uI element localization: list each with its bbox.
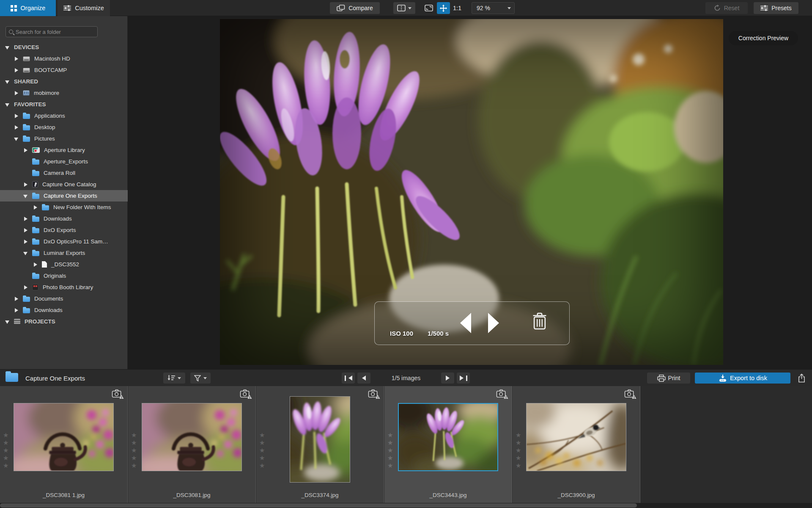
viewer-hud-overlay: ISO 100 1/500 s — [374, 301, 570, 345]
correction-preview-button[interactable]: Correction Preview — [729, 31, 798, 45]
sidebar-item-new-folder-with-items[interactable]: New Folder With Items — [0, 202, 128, 213]
disclosure-right-icon[interactable] — [14, 297, 18, 301]
sidebar-item-aperture-exports[interactable]: Aperture_Exports — [0, 156, 128, 167]
zoom-actual-size-button[interactable]: 1:1 — [451, 2, 464, 14]
sidebar-item-originals[interactable]: Originals — [0, 270, 128, 282]
thumbnail-cell-1[interactable]: ★★★★★ _DSC3081 1.jpg — [0, 386, 128, 503]
previous-image-button[interactable] — [357, 373, 370, 384]
disclosure-right-icon[interactable] — [23, 182, 27, 187]
disclosure-down-icon[interactable] — [5, 80, 9, 84]
first-image-button[interactable] — [342, 373, 355, 384]
folder-search-input[interactable] — [16, 29, 97, 35]
sidebar-item-luminar-exports[interactable]: Luminar Exports — [0, 247, 128, 259]
sidebar-section-favorites[interactable]: FAVORITES — [0, 99, 128, 110]
disclosure-right-icon[interactable] — [23, 228, 27, 232]
disclosure-right-icon[interactable] — [23, 240, 27, 244]
thumbnail-image[interactable] — [142, 403, 242, 471]
disclosure-down-icon[interactable] — [14, 137, 18, 141]
sidebar-item-mobimore[interactable]: mobimore — [0, 87, 128, 99]
thumbnail-image[interactable] — [290, 396, 350, 483]
disclosure-down-icon[interactable] — [23, 251, 27, 255]
next-image-button[interactable] — [441, 373, 454, 384]
folder-icon — [23, 114, 30, 119]
disclosure-right-icon[interactable] — [33, 262, 37, 267]
disclosure-down-icon[interactable] — [5, 102, 9, 107]
sidebar-section-projects[interactable]: PROJECTS — [0, 316, 128, 327]
sidebar-section-shared[interactable]: SHARED — [0, 76, 128, 87]
thumbnail-cell-4[interactable]: ★★★★★ _DSC3443.jpg — [384, 386, 512, 503]
tab-organize[interactable]: Organize — [0, 0, 56, 16]
sidebar-item-photo-booth-library[interactable]: Photo Booth Library — [0, 282, 128, 293]
sidebar-item-bootcamp[interactable]: BOOTCAMP — [0, 64, 128, 76]
tab-customize[interactable]: Customize — [58, 0, 110, 16]
sidebar-item-dxo-exports[interactable]: DxO Exports — [0, 224, 128, 236]
disclosure-down-icon[interactable] — [5, 320, 9, 324]
rating-stars[interactable]: ★★★★★ — [259, 432, 265, 469]
previous-image-arrow[interactable] — [460, 313, 471, 333]
fit-to-screen-button[interactable] — [422, 2, 436, 14]
horizontal-scrollbar[interactable] — [0, 503, 812, 508]
sidebar-item-macintosh-hd[interactable]: Macintosh HD — [0, 53, 128, 64]
sidebar-item-downloads-pictures[interactable]: Downloads — [0, 213, 128, 224]
filter-funnel-icon — [194, 375, 201, 381]
disclosure-right-icon[interactable] — [14, 68, 18, 72]
network-display-icon — [23, 90, 30, 96]
rating-stars[interactable]: ★★★★★ — [131, 432, 137, 469]
sidebar-item-capture-one-exports[interactable]: Capture One Exports — [0, 190, 128, 202]
thumbnail-image[interactable] — [14, 403, 114, 471]
sidebar-item-documents[interactable]: Documents — [0, 293, 128, 304]
sidebar-item-applications[interactable]: Applications — [0, 110, 128, 121]
thumbnail-image[interactable] — [526, 403, 626, 471]
disclosure-right-icon[interactable] — [23, 285, 27, 290]
disclosure-right-icon[interactable] — [14, 114, 18, 118]
export-to-disk-button[interactable]: Export to disk — [695, 373, 790, 384]
app-window: Organize Customize Compare 1:1 92 % — [0, 0, 812, 508]
last-image-button[interactable] — [457, 373, 470, 384]
disclosure-right-icon[interactable] — [33, 205, 37, 210]
sidebar-item-desktop[interactable]: Desktop — [0, 121, 128, 133]
hard-drive-icon — [23, 56, 30, 61]
sidebar-item-pictures[interactable]: Pictures — [0, 133, 128, 144]
pan-tool-button[interactable] — [437, 2, 450, 14]
disclosure-right-icon[interactable] — [14, 57, 18, 61]
sidebar-item-downloads[interactable]: Downloads — [0, 304, 128, 316]
print-button[interactable]: Print — [647, 373, 690, 384]
reset-undo-icon — [714, 5, 721, 11]
next-image-arrow[interactable] — [488, 313, 499, 333]
presets-sliders-icon — [760, 5, 768, 11]
sidebar-section-devices[interactable]: DEVICES — [0, 41, 128, 53]
sidebar-item-camera-roll[interactable]: Camera Roll — [0, 167, 128, 179]
rating-stars[interactable]: ★★★★★ — [3, 432, 8, 469]
thumbnail-cell-2[interactable]: ★★★★★ _DSC3081.jpg — [128, 386, 256, 503]
scrollbar-thumb[interactable] — [0, 503, 637, 508]
presets-button[interactable]: Presets — [754, 2, 798, 14]
disclosure-right-icon[interactable] — [14, 308, 18, 312]
thumbnail-cell-5[interactable]: ★★★★★ _DSC3900.jpg — [513, 386, 640, 503]
rating-stars[interactable]: ★★★★★ — [387, 432, 393, 469]
zoom-level-dropdown[interactable]: 92 % — [472, 2, 515, 14]
sidebar-item-dsc3552[interactable]: _DSC3552 — [0, 259, 128, 270]
disclosure-right-icon[interactable] — [23, 217, 27, 221]
main-photo[interactable]: ISO 100 1/500 s — [220, 19, 723, 365]
sidebar-item-capture-one-catalog[interactable]: Capture One Catalog — [0, 179, 128, 190]
filter-button[interactable] — [190, 373, 211, 384]
split-view-button[interactable] — [393, 2, 415, 14]
export-label: Export to disk — [730, 375, 767, 381]
disclosure-right-icon[interactable] — [14, 125, 18, 130]
compare-button[interactable]: Compare — [330, 2, 380, 14]
thumbnail-cell-3[interactable]: ★★★★★ _DSC3374.jpg — [256, 386, 384, 503]
reset-button[interactable]: Reset — [705, 2, 748, 14]
sidebar-item-dxo-opticspro-11[interactable]: DxO OpticsPro 11 Sam… — [0, 236, 128, 247]
thumbnail-image[interactable] — [398, 403, 498, 471]
folder-search[interactable] — [5, 26, 98, 37]
disclosure-right-icon[interactable] — [14, 91, 18, 95]
disclosure-down-icon[interactable] — [23, 194, 27, 198]
disclosure-right-icon[interactable] — [23, 148, 27, 152]
first-arrow-icon — [348, 375, 352, 381]
share-button[interactable] — [795, 373, 808, 384]
disclosure-down-icon[interactable] — [5, 45, 9, 50]
sort-button[interactable] — [163, 373, 185, 384]
sidebar-item-aperture-library[interactable]: Aperture Library — [0, 144, 128, 156]
compare-icon — [337, 5, 345, 11]
rating-stars[interactable]: ★★★★★ — [516, 432, 521, 469]
